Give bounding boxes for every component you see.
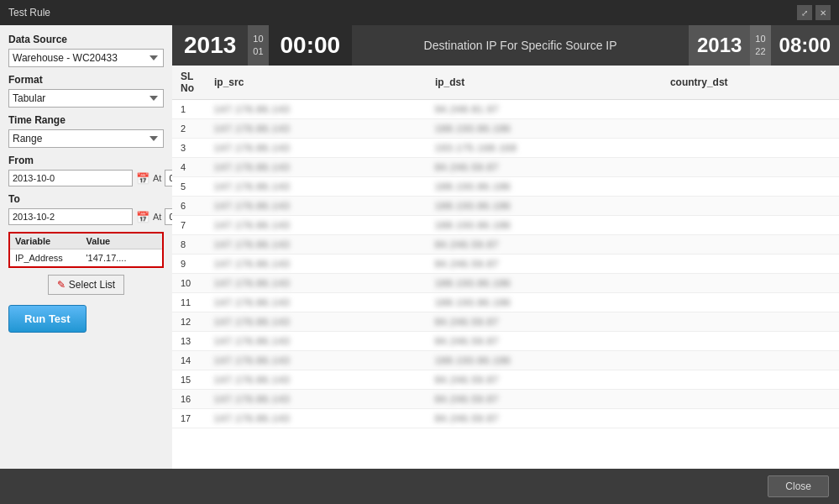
start-day: 01 <box>253 45 263 58</box>
run-test-button[interactable]: Run Test <box>8 305 87 333</box>
cell-slno: 12 <box>172 312 206 332</box>
cell-ip-src: 147.176.86.143 <box>206 100 427 119</box>
cell-country-dst <box>662 409 839 428</box>
col-ip-dst: ip_dst <box>427 66 662 100</box>
close-window-button[interactable]: ✕ <box>815 5 831 20</box>
from-time-select[interactable]: 00:00 <box>165 170 172 186</box>
data-table: SL No ip_src ip_dst country_dst 1147.176… <box>172 66 839 428</box>
cell-ip-src: 147.176.86.143 <box>206 197 427 216</box>
cell-ip-dst: 84.246.59.87 <box>427 255 662 274</box>
cell-ip-dst: 84.246.59.87 <box>427 409 662 428</box>
table-row: 10147.176.86.143188.193.86.186 <box>172 274 839 293</box>
cell-ip-dst: 188.193.86.186 <box>427 177 662 197</box>
cell-ip-src: 147.176.86.143 <box>206 370 427 390</box>
cell-ip-dst: 188.193.86.186 <box>427 216 662 235</box>
from-calendar-icon[interactable]: 📅 <box>136 172 149 185</box>
end-month: 10 <box>755 33 765 45</box>
end-day: 22 <box>755 45 765 58</box>
table-row: 17147.176.86.14384.246.59.87 <box>172 409 839 428</box>
table-row: 4147.176.86.14384.246.59.87 <box>172 158 839 177</box>
time-range-label: Time Range <box>8 114 164 126</box>
cell-slno: 5 <box>172 177 206 197</box>
pencil-icon: ✎ <box>57 279 66 291</box>
start-year: 2013 <box>172 25 248 66</box>
data-source-select[interactable]: Warehouse - WC20433 <box>8 49 164 67</box>
close-button[interactable]: Close <box>768 475 829 497</box>
col-ip-src: ip_src <box>206 66 427 100</box>
time-range-select[interactable]: Range <box>8 129 164 148</box>
table-row: 12147.176.86.14384.246.59.87 <box>172 312 839 332</box>
cell-country-dst <box>662 312 839 332</box>
cell-ip-src: 147.176.86.143 <box>206 274 427 293</box>
expand-button[interactable]: ⤢ <box>797 5 812 20</box>
col-slno: SL No <box>172 66 206 100</box>
table-row: 2147.176.86.143188.193.86.186 <box>172 119 839 139</box>
cell-ip-src: 147.176.86.143 <box>206 235 427 255</box>
table-row: 13147.176.86.14384.246.59.87 <box>172 332 839 351</box>
cell-ip-dst: 188.193.86.186 <box>427 351 662 370</box>
cell-ip-dst: 84.246.59.87 <box>427 370 662 390</box>
to-label: To <box>8 193 164 205</box>
data-source-group: Data Source Warehouse - WC20433 <box>8 34 164 67</box>
window-title: Test Rule <box>8 7 50 18</box>
result-header: 2013 10 01 00:00 Destination IP For Spec… <box>172 25 839 66</box>
cell-ip-src: 147.176.86.143 <box>206 216 427 235</box>
from-date-input[interactable] <box>8 170 133 186</box>
cell-slno: 11 <box>172 293 206 312</box>
cell-ip-src: 147.176.86.143 <box>206 177 427 197</box>
table-row: 14147.176.86.143188.193.86.186 <box>172 351 839 370</box>
to-date-row: 📅 At 08:00 <box>8 208 164 225</box>
select-list-label: Select List <box>69 279 115 291</box>
cell-slno: 4 <box>172 158 206 177</box>
table-row: 8147.176.86.14384.246.59.87 <box>172 235 839 255</box>
table-row: 5147.176.86.143188.193.86.186 <box>172 177 839 197</box>
cell-ip-dst: 84.246.59.87 <box>427 158 662 177</box>
cell-ip-dst: 94.248.81.97 <box>427 100 662 119</box>
cell-country-dst <box>662 177 839 197</box>
cell-ip-dst: 188.193.86.186 <box>427 197 662 216</box>
cell-ip-src: 147.176.86.143 <box>206 390 427 409</box>
cell-ip-src: 147.176.86.143 <box>206 158 427 177</box>
cell-country-dst <box>662 119 839 139</box>
cell-ip-dst: 84.246.59.87 <box>427 235 662 255</box>
cell-slno: 15 <box>172 370 206 390</box>
right-panel: 2013 10 01 00:00 Destination IP For Spec… <box>172 25 839 469</box>
end-year: 2013 <box>689 25 750 66</box>
value-col-header: Value <box>87 236 158 246</box>
to-calendar-icon[interactable]: 📅 <box>136 211 149 223</box>
to-time-select[interactable]: 08:00 <box>165 208 172 225</box>
from-label: From <box>8 155 164 166</box>
start-month: 10 <box>253 33 263 45</box>
cell-slno: 10 <box>172 274 206 293</box>
value-cell: '147.17.... <box>87 253 158 263</box>
cell-slno: 14 <box>172 351 206 370</box>
select-list-button[interactable]: ✎ Select List <box>48 275 124 295</box>
title-bar: Test Rule ⤢ ✕ <box>0 0 839 25</box>
end-time: 08:00 <box>771 25 839 66</box>
cell-country-dst <box>662 332 839 351</box>
cell-ip-src: 147.176.86.143 <box>206 255 427 274</box>
cell-ip-dst: 84.246.59.87 <box>427 390 662 409</box>
cell-ip-dst: 188.193.86.186 <box>427 274 662 293</box>
cell-country-dst <box>662 235 839 255</box>
data-table-wrapper[interactable]: SL No ip_src ip_dst country_dst 1147.176… <box>172 66 839 469</box>
from-group: From 📅 At 00:00 <box>8 155 164 186</box>
variable-cell: IP_Address <box>15 253 87 263</box>
from-at-label: At <box>153 173 161 183</box>
table-row: 11147.176.86.143188.193.86.186 <box>172 293 839 312</box>
cell-ip-src: 147.176.86.143 <box>206 351 427 370</box>
format-select[interactable]: Tabular <box>8 89 164 108</box>
cell-country-dst <box>662 351 839 370</box>
table-header-row: SL No ip_src ip_dst country_dst <box>172 66 839 100</box>
cell-slno: 13 <box>172 332 206 351</box>
to-date-input[interactable] <box>8 208 133 225</box>
cell-ip-dst: 193.175.168.168 <box>427 139 662 158</box>
variable-row[interactable]: IP_Address '147.17.... <box>10 249 162 266</box>
variable-col-header: Variable <box>15 236 87 246</box>
data-source-label: Data Source <box>8 34 164 45</box>
main-content: Data Source Warehouse - WC20433 Format T… <box>0 25 839 469</box>
to-at-label: At <box>153 212 161 222</box>
cell-ip-src: 147.176.86.143 <box>206 119 427 139</box>
cell-ip-dst: 84.246.59.87 <box>427 312 662 332</box>
cell-ip-src: 147.176.86.143 <box>206 332 427 351</box>
